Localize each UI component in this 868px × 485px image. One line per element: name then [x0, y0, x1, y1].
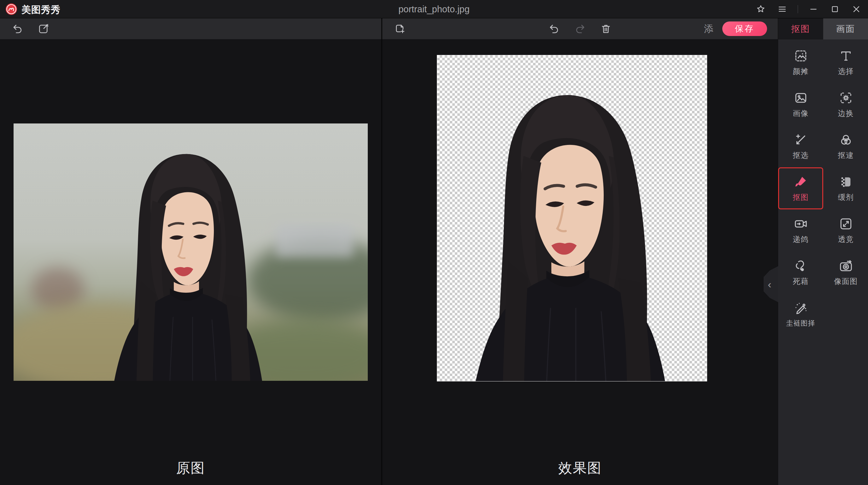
save-button[interactable]: 保存	[722, 22, 767, 36]
tool-item-template[interactable]: 颜摊	[778, 41, 823, 83]
tool-item-lassopaw[interactable]: 死藉	[778, 251, 823, 293]
tool-label: 选择	[838, 66, 854, 77]
tool-label: 颜摊	[793, 66, 809, 77]
redo-icon[interactable]	[574, 22, 586, 35]
tool-item-transform[interactable]: 边换	[823, 83, 868, 125]
original-photo[interactable]	[13, 123, 368, 381]
tool-item-brush[interactable]: 抠图	[778, 167, 823, 209]
tool-label: 透竟	[838, 234, 854, 245]
tool-item-image[interactable]: 画像	[778, 83, 823, 125]
transform-icon	[839, 91, 853, 105]
undo-icon[interactable]	[11, 22, 24, 35]
background-blur-red	[31, 267, 84, 311]
mosaic-icon	[839, 175, 853, 189]
tool-label: 抠图	[793, 192, 809, 202]
sidebar-tabs: 抠图 画面	[778, 18, 868, 39]
tool-label: 像面图	[834, 276, 858, 286]
new-canvas-icon[interactable]	[394, 22, 406, 35]
tool-item-mosaic[interactable]: 缓剂	[823, 167, 868, 209]
sidebar: 抠图 画面 颜摊选择画像边换抠选抠逮抠图缓剂递鸽透竟死藉像面图圭裢图择	[778, 18, 868, 485]
background-blur-buildings	[276, 224, 353, 257]
original-caption: 原图	[0, 459, 381, 478]
magicpen-icon	[794, 301, 808, 315]
result-panel: 效果图	[382, 18, 778, 485]
minimize-icon[interactable]	[807, 3, 819, 15]
resize-icon	[839, 217, 853, 231]
tool-label: 抠选	[793, 150, 809, 161]
camera-icon	[839, 259, 853, 273]
original-panel: 原图	[0, 18, 381, 485]
tool-item-resize[interactable]: 透竟	[823, 209, 868, 251]
lassopaw-icon	[794, 259, 808, 273]
window-controls	[755, 0, 862, 18]
template-icon	[794, 49, 808, 63]
document-title: portrait_photo.jpg	[0, 4, 868, 15]
menu-icon[interactable]	[776, 3, 788, 15]
tool-label: 圭裢图择	[786, 319, 815, 328]
tool-label: 递鸽	[793, 234, 809, 245]
tool-item-video[interactable]: 递鸽	[778, 209, 823, 251]
result-canvas[interactable]	[437, 55, 707, 381]
compare-icon[interactable]: 添	[704, 22, 713, 35]
tool-label: 画像	[793, 108, 809, 118]
panel-divider	[381, 18, 382, 485]
tool-grid: 颜摊选择画像边换抠选抠逮抠图缓剂递鸽透竟死藉像面图圭裢图择	[778, 41, 868, 335]
video-icon	[794, 217, 808, 231]
brush-icon	[794, 175, 808, 189]
tab-canvas[interactable]: 画面	[823, 18, 868, 39]
cutout-subject	[441, 80, 694, 381]
trash-icon[interactable]	[599, 22, 612, 35]
titlebar: 美图秀秀 portrait_photo.jpg	[0, 0, 868, 18]
close-icon[interactable]	[850, 3, 862, 15]
tool-item-camera[interactable]: 像面图	[823, 251, 868, 293]
textselect-icon	[839, 49, 853, 63]
tool-label: 死藉	[793, 276, 809, 286]
tool-label: 缓剂	[838, 192, 854, 202]
tool-label: 抠逮	[838, 150, 854, 161]
undo-icon[interactable]	[548, 22, 560, 35]
edit-icon[interactable]	[37, 22, 50, 35]
result-caption: 效果图	[382, 459, 778, 478]
tool-item-textselect[interactable]: 选择	[823, 41, 868, 83]
tool-item-adjustwand[interactable]: 抠选	[778, 125, 823, 167]
tab-cutout[interactable]: 抠图	[778, 18, 823, 39]
tool-item-magicpen[interactable]: 圭裢图择	[778, 293, 823, 335]
controls-divider	[798, 5, 798, 13]
portrait-subject	[89, 142, 283, 381]
image-icon	[794, 91, 808, 105]
favorite-icon[interactable]	[755, 3, 767, 15]
maximize-icon[interactable]	[829, 3, 841, 15]
tool-item-colorblend[interactable]: 抠逮	[823, 125, 868, 167]
original-panel-toolbar	[0, 18, 381, 39]
adjustwand-icon	[794, 133, 808, 147]
colorblend-icon	[839, 133, 853, 147]
result-panel-toolbar: 添 保存	[382, 18, 778, 39]
chevron-left-icon: ‹	[768, 278, 771, 290]
tool-label: 边换	[838, 108, 854, 118]
